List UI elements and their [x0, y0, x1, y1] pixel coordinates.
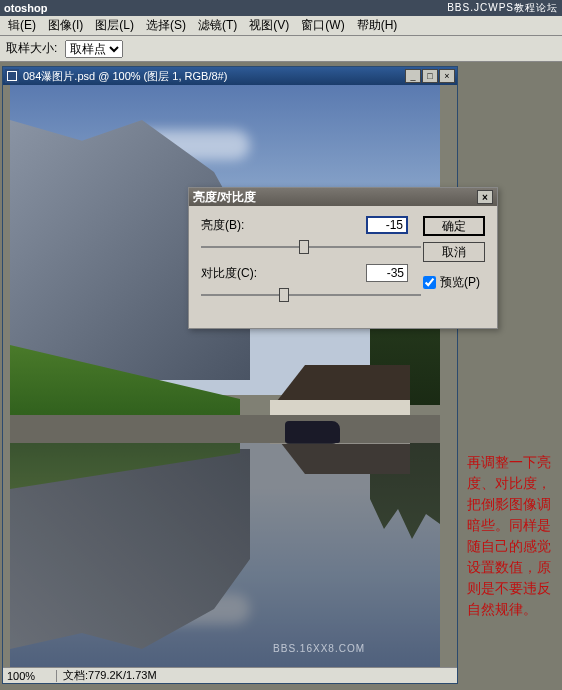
watermark-bottom: BBS.16XX8.COM	[273, 643, 365, 655]
brightness-contrast-dialog: 亮度/对比度 × 亮度(B): 对比度(C): 确定 取消	[188, 187, 498, 329]
reflection-region	[10, 443, 440, 667]
preview-checkbox-label[interactable]: 预览(P)	[423, 274, 485, 291]
road	[10, 415, 440, 445]
workspace: 084瀑图片.psd @ 100% (图层 1, RGB/8#) _ □ ×	[0, 62, 562, 690]
menu-layer[interactable]: 图层(L)	[89, 15, 140, 36]
document-window: 084瀑图片.psd @ 100% (图层 1, RGB/8#) _ □ ×	[2, 66, 458, 684]
contrast-slider-thumb[interactable]	[279, 288, 289, 302]
dialog-titlebar[interactable]: 亮度/对比度 ×	[189, 188, 497, 206]
preview-label: 预览(P)	[440, 274, 480, 291]
svg-rect-2	[8, 72, 16, 80]
sample-size-select[interactable]: 取样点	[65, 40, 123, 58]
document-info: 文档:779.2K/1.73M	[57, 668, 163, 683]
contrast-label: 对比度(C):	[201, 265, 271, 282]
contrast-input[interactable]	[366, 264, 408, 282]
menu-filter[interactable]: 滤镜(T)	[192, 15, 243, 36]
menu-help[interactable]: 帮助(H)	[351, 15, 404, 36]
ok-button[interactable]: 确定	[423, 216, 485, 236]
menu-view[interactable]: 视图(V)	[243, 15, 295, 36]
document-titlebar[interactable]: 084瀑图片.psd @ 100% (图层 1, RGB/8#) _ □ ×	[3, 67, 457, 85]
status-bar: 100% 文档:779.2K/1.73M	[3, 667, 457, 683]
zoom-level[interactable]: 100%	[3, 670, 57, 682]
app-title: otoshop	[4, 2, 47, 14]
menu-image[interactable]: 图像(I)	[42, 15, 89, 36]
menu-window[interactable]: 窗口(W)	[295, 15, 350, 36]
annotation-text: 再调整一下亮度、对比度，把倒影图像调暗些。同样是随自己的感觉设置数值，原则是不要…	[467, 452, 552, 620]
menu-edit[interactable]: 辑(E)	[2, 15, 42, 36]
car	[285, 421, 340, 443]
document-title: 084瀑图片.psd @ 100% (图层 1, RGB/8#)	[23, 69, 227, 84]
sample-size-label: 取样大小:	[6, 40, 57, 57]
watermark-top: BBS.JCWPS教程论坛	[447, 1, 558, 15]
brightness-slider[interactable]	[201, 238, 421, 256]
dialog-close-button[interactable]: ×	[477, 190, 493, 204]
contrast-slider[interactable]	[201, 286, 421, 304]
brightness-label: 亮度(B):	[201, 217, 271, 234]
brightness-slider-thumb[interactable]	[299, 240, 309, 254]
canvas-area[interactable]: BBS.16XX8.COM	[3, 85, 457, 667]
app-titlebar: otoshop BBS.JCWPS教程论坛	[0, 0, 562, 16]
minimize-button[interactable]: _	[405, 69, 421, 83]
preview-checkbox[interactable]	[423, 276, 436, 289]
image	[10, 85, 440, 667]
dialog-title-text: 亮度/对比度	[193, 189, 256, 206]
brightness-input[interactable]	[366, 216, 408, 234]
menu-select[interactable]: 选择(S)	[140, 15, 192, 36]
options-bar: 取样大小: 取样点	[0, 36, 562, 62]
close-button[interactable]: ×	[439, 69, 455, 83]
maximize-button[interactable]: □	[422, 69, 438, 83]
cancel-button[interactable]: 取消	[423, 242, 485, 262]
ps-file-icon	[5, 69, 19, 83]
main-menubar: 辑(E) 图像(I) 图层(L) 选择(S) 滤镜(T) 视图(V) 窗口(W)…	[0, 16, 562, 36]
